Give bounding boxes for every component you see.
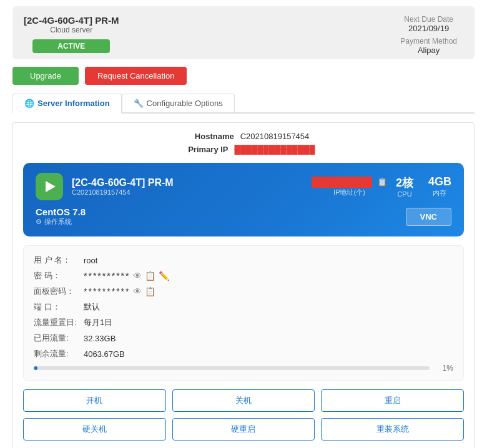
used-traffic-row: 已用流量: 32.33GB (34, 333, 453, 344)
card-server-info: [2C-4G-60G-4T] PR-M C20210819157454 (72, 177, 303, 196)
pass-value: ********** 👁 📋 ✏️ (84, 271, 169, 281)
tab-server-info[interactable]: 🌐 Server Information (12, 94, 122, 114)
power-off-button[interactable]: 关机 (172, 389, 315, 412)
progress-bar-inner (34, 366, 37, 370)
primary-ip-value: ██████████████ (235, 145, 315, 154)
eye-icon[interactable]: 👁 (133, 271, 142, 281)
wrench-icon: 🔧 (134, 99, 144, 108)
used-traffic-value: 32.33GB (84, 334, 116, 343)
top-card-left: [2C-4G-60G-4T] PR-M Cloud server ACTIVE (24, 15, 119, 59)
top-card: [2C-4G-60G-4T] PR-M Cloud server ACTIVE … (12, 6, 475, 59)
next-due-label: Next Due Date (400, 15, 457, 24)
globe-icon: 🌐 (24, 99, 34, 108)
next-due-value: 2021/09/19 (400, 24, 457, 33)
hostname-row: Hostname C20210819157454 (23, 132, 464, 141)
card-server-name: [2C-4G-60G-4T] PR-M (72, 177, 303, 188)
upgrade-button[interactable]: Upgrade (12, 67, 79, 85)
blue-card-top: [2C-4G-60G-4T] PR-M C20210819157454 ████… (36, 173, 451, 200)
port-label: 端 口： (34, 301, 84, 313)
card-ip-section: ██████████ 📋 IP地址(个) (312, 177, 387, 197)
panel-pass-row: 面板密码： ********** 👁 📋 (34, 286, 453, 297)
tab-configurable[interactable]: 🔧 Configurable Options (122, 94, 235, 112)
cpu-value: 2核 (396, 175, 413, 190)
pass-label: 密 码： (34, 270, 84, 281)
progress-bar-outer (34, 366, 430, 370)
primary-ip-row: Primary IP ██████████████ (23, 145, 464, 154)
cpu-spec: 2核 CPU (396, 175, 413, 198)
copy-pass-icon[interactable]: 📋 (145, 271, 155, 281)
card-server-id: C20210819157454 (72, 188, 303, 196)
reinstall-button[interactable]: 重装系统 (321, 418, 464, 441)
user-row: 用 户 名： root (34, 255, 453, 266)
server-type: Cloud server (24, 26, 119, 34)
hostname-value: C20210819157454 (240, 132, 310, 141)
tab-configurable-label: Configurable Options (147, 99, 223, 108)
progress-percent: 1% (435, 364, 453, 373)
os-name: CentOS 7.8 (36, 207, 393, 217)
eye-panel-icon[interactable]: 👁 (133, 286, 142, 296)
card-specs: 2核 CPU 4GB 内存 (396, 175, 451, 198)
port-value: 默认 (84, 301, 100, 313)
hard-reboot-button[interactable]: 硬关机 (23, 418, 166, 441)
hard-restart-button[interactable]: 硬重启 (172, 418, 315, 441)
copy-panel-icon[interactable]: 📋 (145, 286, 155, 296)
mem-value: 4GB (428, 175, 451, 188)
remain-traffic-value: 4063.67GB (84, 349, 125, 359)
payment-value: Alipay (400, 46, 457, 55)
status-badge: ACTIVE (32, 39, 110, 53)
restart-button[interactable]: 重启 (321, 389, 464, 412)
mem-spec: 4GB 内存 (428, 175, 451, 198)
panel-pass-value: ********** 👁 📋 (84, 286, 155, 296)
power-on-button[interactable]: 开机 (23, 389, 166, 412)
remain-traffic-label: 剩余流量: (34, 348, 84, 359)
top-card-right: Next Due Date 2021/09/19 Payment Method … (400, 15, 463, 59)
payment-label: Payment Method (400, 37, 457, 46)
bottom-buttons: 开机 关机 重启 硬关机 硬重启 重装系统 (23, 389, 464, 441)
primary-ip-label: Primary IP (172, 145, 229, 154)
progress-section: 1% (34, 364, 453, 373)
remain-traffic-row: 剩余流量: 4063.67GB (34, 348, 453, 359)
mem-label: 内存 (428, 188, 451, 198)
play-button[interactable] (36, 173, 63, 200)
copy-ip-icon[interactable]: 📋 (377, 177, 387, 187)
server-name: [2C-4G-60G-4T] PR-M (24, 15, 119, 26)
pass-row: 密 码： ********** 👁 📋 ✏️ (34, 270, 453, 281)
server-info-content: Hostname C20210819157454 Primary IP ████… (12, 122, 475, 448)
port-row: 端 口： 默认 (34, 301, 453, 313)
play-triangle-icon (46, 181, 56, 192)
page-wrapper: [2C-4G-60G-4T] PR-M Cloud server ACTIVE … (0, 0, 487, 448)
traffic-reset-label: 流量重置日: (34, 317, 84, 328)
info-table: 用 户 名： root 密 码： ********** 👁 📋 ✏️ 面板密码：… (23, 245, 464, 381)
cancel-button[interactable]: Request Cancellation (85, 67, 187, 85)
traffic-reset-value: 每月1日 (84, 317, 112, 328)
tab-server-info-label: Server Information (37, 99, 110, 108)
os-label: ⚙ 操作系统 (36, 217, 393, 226)
traffic-reset-row: 流量重置日: 每月1日 (34, 317, 453, 328)
gear-icon: ⚙ (36, 218, 42, 226)
blue-card: [2C-4G-60G-4T] PR-M C20210819157454 ████… (23, 163, 464, 236)
edit-pass-icon[interactable]: ✏️ (159, 271, 169, 281)
user-value: root (84, 256, 97, 265)
panel-pass-label: 面板密码： (34, 286, 84, 297)
pass-dots: ********** (84, 271, 130, 281)
action-buttons-row: Upgrade Request Cancellation (12, 67, 475, 85)
user-label: 用 户 名： (34, 255, 84, 266)
os-info: CentOS 7.8 ⚙ 操作系统 (36, 207, 393, 226)
card-ip-label: IP地址(个) (312, 188, 387, 197)
card-ip-value: ██████████ (312, 177, 372, 188)
tabs-row: 🌐 Server Information 🔧 Configurable Opti… (12, 94, 475, 114)
vnc-button[interactable]: VNC (406, 208, 451, 226)
cpu-label: CPU (396, 190, 413, 198)
hostname-label: Hostname (178, 132, 234, 141)
used-traffic-label: 已用流量: (34, 333, 84, 344)
panel-pass-dots: ********** (84, 286, 130, 296)
blue-card-bottom: CentOS 7.8 ⚙ 操作系统 VNC (36, 207, 451, 226)
